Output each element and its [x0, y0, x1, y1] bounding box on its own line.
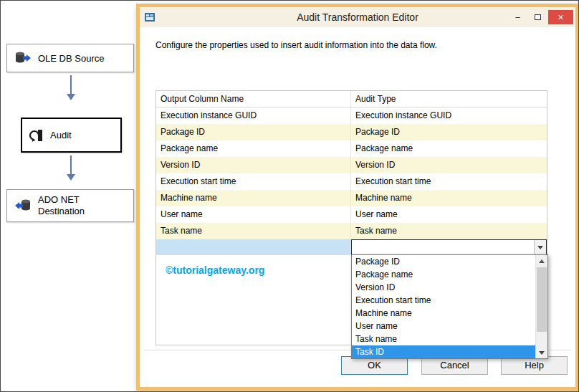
- dialog-content: Configure the properties used to insert …: [140, 27, 575, 387]
- output-column-name-cell[interactable]: User name: [156, 206, 351, 223]
- dataflow-node-ado-net-destination[interactable]: ADO NET Destination: [6, 189, 134, 222]
- audit-type-dropdown-list: Package ID Package name Version ID Execu…: [351, 254, 548, 359]
- dataflow-connector-arrow: [67, 75, 75, 100]
- table-row[interactable]: Version ID Version ID: [156, 157, 547, 173]
- dropdown-items: Package ID Package name Version ID Execu…: [352, 255, 535, 358]
- dropdown-scrollbar[interactable]: [535, 255, 547, 358]
- connector-line: [70, 75, 72, 94]
- scrollbar-thumb[interactable]: [537, 267, 547, 332]
- dialog-description: Configure the properties used to insert …: [155, 40, 437, 50]
- dialog-titlebar: Audit Transformation Editor − ×: [140, 7, 575, 27]
- output-column-name-cell[interactable]: Execution instance GUID: [156, 107, 351, 124]
- window-controls: − ×: [508, 10, 573, 24]
- new-row-selected-cell[interactable]: [156, 239, 351, 255]
- node-label: Audit: [50, 130, 72, 140]
- table-row[interactable]: Machine name Machine name: [156, 190, 547, 206]
- scroll-up-button[interactable]: [536, 255, 547, 267]
- output-column-name-cell[interactable]: Version ID: [156, 157, 351, 173]
- maximize-button[interactable]: [528, 10, 547, 24]
- database-source-icon: [14, 51, 32, 65]
- audit-transformation-editor-dialog: Audit Transformation Editor − × Configur…: [136, 4, 579, 391]
- table-row[interactable]: Package ID Package ID: [156, 124, 547, 140]
- dropdown-option[interactable]: Task name: [352, 333, 535, 345]
- database-destination-icon: [14, 199, 32, 213]
- triangle-up-icon: [539, 259, 545, 263]
- dropdown-option-selected[interactable]: Task ID: [352, 345, 535, 358]
- connector-line: [70, 156, 72, 174]
- audit-type-cell[interactable]: Package ID: [351, 124, 547, 140]
- minimize-button[interactable]: −: [508, 10, 527, 24]
- audit-type-combobox[interactable]: [351, 239, 547, 255]
- ssis-designer-screen: OLE DB Source Audit ADO NET Destination: [0, 0, 579, 392]
- table-row[interactable]: Execution instance GUID Execution instan…: [156, 107, 547, 124]
- audit-type-cell[interactable]: Machine name: [351, 190, 547, 206]
- audit-icon: [29, 128, 44, 143]
- scroll-down-button[interactable]: [536, 347, 547, 358]
- table-row[interactable]: Execution start time Execution start tim…: [156, 173, 547, 190]
- grid-header-row: Output Column Name Audit Type: [156, 91, 547, 107]
- audit-type-cell[interactable]: Task name: [351, 223, 547, 239]
- audit-type-cell[interactable]: Execution instance GUID: [351, 107, 547, 124]
- dropdown-option[interactable]: Machine name: [352, 307, 535, 320]
- triangle-down-icon: [539, 351, 545, 355]
- close-button[interactable]: ×: [548, 10, 573, 24]
- audit-type-cell[interactable]: Execution start time: [351, 173, 547, 190]
- table-row[interactable]: Package name Package name: [156, 140, 547, 157]
- new-row[interactable]: [156, 239, 547, 255]
- audit-type-cell[interactable]: User name: [351, 206, 547, 223]
- node-label: ADO NET Destination: [38, 194, 98, 218]
- dataflow-node-ole-db-source[interactable]: OLE DB Source: [6, 44, 134, 72]
- table-row[interactable]: Task name Task name: [156, 223, 547, 239]
- watermark-text: ©tutorialgateway.org: [166, 264, 264, 276]
- arrow-down-icon: [67, 94, 75, 100]
- combobox-dropdown-button[interactable]: [534, 240, 546, 254]
- column-header-output-column-name: Output Column Name: [156, 91, 351, 107]
- audit-type-cell[interactable]: Package name: [351, 140, 547, 157]
- dropdown-option[interactable]: Package name: [352, 268, 535, 281]
- column-header-audit-type: Audit Type: [351, 91, 547, 107]
- arrow-down-icon: [67, 174, 75, 181]
- output-column-name-cell[interactable]: Package ID: [156, 124, 351, 140]
- chevron-down-icon: [537, 246, 543, 249]
- dropdown-option[interactable]: User name: [352, 320, 535, 333]
- dataflow-node-audit[interactable]: Audit: [21, 118, 122, 153]
- output-column-name-cell[interactable]: Task name: [156, 223, 351, 239]
- dropdown-option[interactable]: Version ID: [352, 281, 535, 294]
- dataflow-connector-arrow: [67, 156, 75, 181]
- audit-type-cell[interactable]: Version ID: [351, 157, 547, 173]
- table-row[interactable]: User name User name: [156, 206, 547, 223]
- output-column-name-cell[interactable]: Package name: [156, 140, 351, 157]
- dropdown-option[interactable]: Execution start time: [352, 294, 535, 307]
- dropdown-option[interactable]: Package ID: [352, 255, 535, 268]
- maximize-icon: [535, 14, 541, 20]
- node-label: OLE DB Source: [38, 53, 105, 64]
- output-column-name-cell[interactable]: Execution start time: [156, 173, 351, 190]
- output-column-name-cell[interactable]: Machine name: [156, 190, 351, 206]
